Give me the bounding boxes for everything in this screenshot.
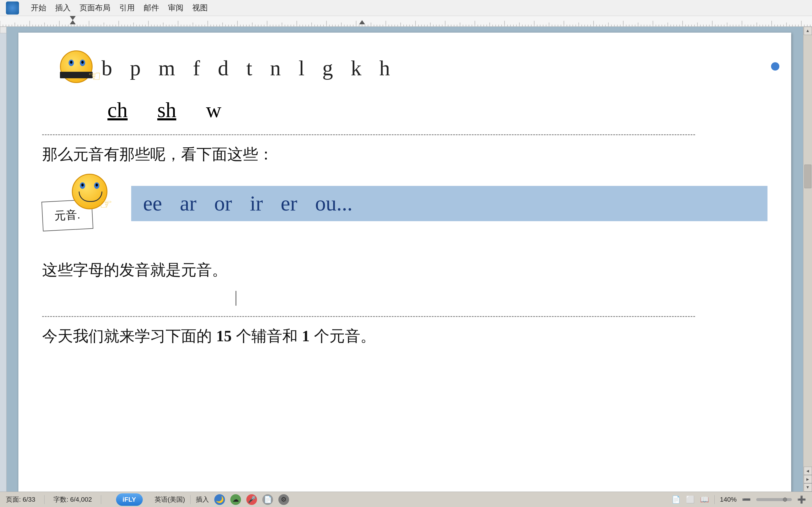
- menu-insert[interactable]: 插入: [55, 3, 71, 13]
- ifly-label: iFLY: [122, 496, 136, 503]
- letter-m: m: [158, 56, 175, 81]
- letter-sh: sh: [157, 98, 176, 122]
- menu-reference[interactable]: 引用: [119, 3, 135, 13]
- letter-k: k: [351, 56, 361, 81]
- mic-icon[interactable]: 🎤: [246, 494, 257, 505]
- status-divider-2: [101, 495, 101, 504]
- consonants-row-1: b p m f d t n l g k h: [101, 56, 767, 81]
- vowel-ir: ir: [250, 191, 263, 216]
- vowel-section: 元音. ☞ ee ar or ir: [42, 174, 767, 233]
- letter-ch: ch: [107, 98, 128, 122]
- zoom-slider[interactable]: [756, 498, 792, 501]
- margin-tab-top: [0, 27, 6, 33]
- menu-start[interactable]: 开始: [31, 3, 46, 13]
- statusbar: 页面: 6/33 字数: 6/4,002 iFLY 英语(美国) 插入 🌙 ☁ …: [0, 492, 812, 507]
- status-zoom-level: 140%: [720, 496, 737, 503]
- scroll-down-button[interactable]: ▼: [804, 483, 812, 492]
- status-divider-4: [714, 495, 715, 504]
- doc-icon[interactable]: 📄: [262, 494, 273, 505]
- vowels-row: ee ar or ir er ou...: [131, 186, 767, 221]
- scroll-track[interactable]: [804, 35, 812, 467]
- menubar: 开始 插入 页面布局 引用 邮件 审阅 视图: [0, 0, 812, 16]
- emoji2-eye-right: [94, 182, 99, 189]
- status-zoom-out-icon[interactable]: ➖: [742, 496, 751, 504]
- status-view-print-icon[interactable]: 📄: [672, 496, 680, 504]
- left-margin-tab: [0, 27, 6, 492]
- dashed-separator-2: [42, 316, 695, 317]
- emoji2-face: ☞: [72, 174, 107, 209]
- status-view-full-icon[interactable]: ⬜: [686, 496, 695, 504]
- menu-view[interactable]: 视图: [192, 3, 208, 13]
- letter-d: d: [218, 56, 229, 81]
- emoji-pupil-right: [81, 61, 84, 64]
- letter-t: t: [246, 56, 252, 81]
- consonants-row-2: ch sh w: [107, 98, 767, 122]
- scroll-up-button[interactable]: ▲: [804, 27, 812, 35]
- status-icons: 英语(美国) 插入 🌙 ☁ 🎤 📄 ⚙: [155, 494, 289, 505]
- document-page: ☞ b p m f d t n l g k h ch sh w: [18, 33, 791, 498]
- number-15: 15: [216, 328, 232, 344]
- emoji2-hand-icon: ☞: [99, 195, 112, 213]
- letter-h: h: [379, 56, 390, 81]
- scroll-next-button[interactable]: ▸: [804, 475, 812, 483]
- status-divider-3: [190, 495, 191, 504]
- chinese-text-2: 这些字母的发音就是元音。: [42, 260, 767, 280]
- last-line-suffix: 个元音。: [310, 327, 375, 344]
- scroll-prev-button[interactable]: ◂: [804, 467, 812, 475]
- emoji2-eye-left: [80, 182, 85, 189]
- letter-b: b: [101, 56, 112, 81]
- last-line-mid: 个辅音和: [232, 327, 302, 344]
- status-view-read-icon[interactable]: 📖: [700, 496, 709, 504]
- doc-area: ☞ b p m f d t n l g k h ch sh w: [0, 27, 812, 492]
- ruler: [0, 16, 812, 27]
- vowel-ou: ou...: [315, 191, 353, 216]
- vowel-er: er: [281, 191, 297, 216]
- consonants-line-1: ☞ b p m f d t n l g k h: [42, 47, 767, 89]
- menu-review[interactable]: 审阅: [168, 3, 184, 13]
- emoji-eye-right: [80, 60, 85, 66]
- right-status: 📄 ⬜ 📖 140% ➖ ➕: [672, 495, 806, 504]
- status-page: 页面: 6/33: [6, 495, 35, 504]
- emoji2-pupil-right: [96, 183, 98, 186]
- text-cursor: [236, 291, 236, 306]
- moon-icon[interactable]: 🌙: [214, 494, 225, 505]
- emoji2-mouth: [79, 191, 102, 202]
- emoji-pointer: ☞: [42, 47, 101, 89]
- last-line-prefix: 今天我们就来学习下面的: [42, 327, 216, 344]
- emoji2-pupil-left: [81, 183, 84, 186]
- vowel-or: or: [214, 191, 232, 216]
- yuan-yin-label: 元音.: [54, 207, 81, 223]
- menu-mail[interactable]: 邮件: [144, 3, 159, 13]
- emoji-eye-left: [68, 60, 74, 66]
- status-mode: 插入: [196, 495, 209, 504]
- status-divider-1: [44, 495, 45, 504]
- number-1: 1: [302, 328, 310, 344]
- ifly-button[interactable]: iFLY: [116, 493, 143, 506]
- letter-l: l: [299, 56, 305, 81]
- status-wordcount: 字数: 6/4,002: [53, 495, 92, 504]
- chinese-text-1: 那么元音有那些呢，看下面这些：: [42, 144, 767, 165]
- cloud-icon[interactable]: ☁: [230, 494, 241, 505]
- letter-p: p: [130, 56, 141, 81]
- menu-layout[interactable]: 页面布局: [80, 3, 110, 13]
- dashed-separator-1: [42, 134, 695, 135]
- status-lang: 英语(美国): [155, 495, 185, 504]
- vowel-ar: ar: [180, 191, 197, 216]
- app-logo: [6, 1, 19, 14]
- letter-w: w: [206, 98, 221, 122]
- letter-g: g: [322, 56, 333, 81]
- settings-icon[interactable]: ⚙: [278, 494, 289, 505]
- emoji-pupil-left: [70, 61, 72, 64]
- status-zoom-in-icon[interactable]: ➕: [797, 496, 806, 504]
- yuan-yin-wrap: 元音. ☞: [42, 174, 131, 233]
- scrollbar-right[interactable]: ▲ ◂ ▸ ▼: [803, 27, 812, 492]
- letter-n: n: [270, 56, 281, 81]
- scroll-thumb[interactable]: [804, 165, 811, 188]
- zoom-slider-thumb[interactable]: [783, 498, 787, 502]
- letter-f: f: [193, 56, 200, 81]
- last-line: 今天我们就来学习下面的 15 个辅音和 1 个元音。: [42, 326, 767, 347]
- emoji-hand-icon: ☞: [88, 68, 101, 85]
- blue-dot-indicator: [771, 62, 779, 70]
- vowel-ee: ee: [143, 191, 162, 216]
